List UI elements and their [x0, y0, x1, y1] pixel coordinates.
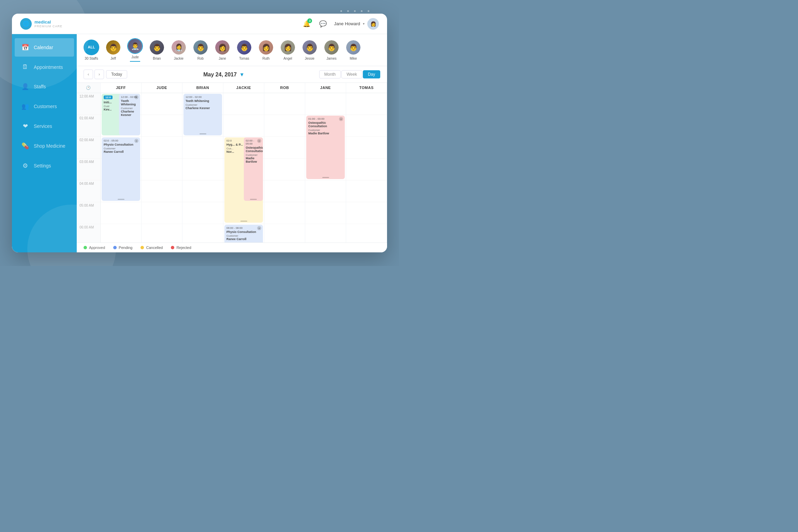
time-cell-1: 01:00 AM — [77, 115, 101, 137]
app-window: 🌐 medical PREMIUM CARE 🔔 3 💬 Jane Howard… — [12, 14, 387, 252]
sidebar-item-appointments-label: Appointments — [34, 64, 63, 70]
grid-cell-row6-col6 — [346, 224, 387, 242]
pending-label: Pending — [119, 246, 132, 250]
close-icon[interactable]: × — [339, 117, 343, 121]
staff-tomas[interactable]: 👨 Tomas — [236, 40, 252, 60]
drag-handle[interactable] — [250, 199, 257, 200]
staff-brian[interactable]: 👨 Brian — [149, 40, 165, 60]
cancelled-dot — [141, 246, 144, 249]
next-button[interactable]: › — [94, 70, 104, 79]
close-icon[interactable]: × — [134, 95, 138, 99]
sidebar-item-appointments[interactable]: 🗓 Appointments — [15, 58, 74, 76]
time-column-header: 🕐 — [77, 83, 101, 93]
grid-cell-row5-col1 — [142, 202, 182, 224]
col-header-jackie: JACKIE — [223, 83, 264, 93]
legend-pending: Pending — [113, 246, 132, 250]
grid-cell-row1-col6 — [346, 115, 387, 137]
sidebar-item-customers-label: Customers — [34, 104, 57, 109]
grid-cell-row4-col5 — [305, 180, 346, 202]
event-block[interactable]: 12:00 - 02:00 Teeth Whitening Customer C… — [183, 94, 222, 135]
sidebar-item-staffs-label: Staffs — [34, 84, 46, 89]
calendar-title: May 24, 2017 ▾ — [127, 71, 319, 78]
grid-cell-row2-col1 — [142, 137, 182, 159]
staff-angel[interactable]: 👩 Angel — [280, 40, 296, 60]
appointments-icon: 🗓 — [21, 63, 29, 71]
day-view-button[interactable]: Day — [363, 70, 380, 78]
staff-ruth[interactable]: 👩 Ruth — [258, 40, 274, 60]
staff-jane[interactable]: 👩 Jane — [215, 40, 230, 60]
grid-cell-row6-col0 — [101, 224, 142, 242]
grid-cell-row1-col4 — [264, 115, 305, 137]
drag-handle[interactable] — [240, 221, 247, 222]
sidebar-item-staffs[interactable]: 👤 Staffs — [15, 77, 74, 96]
staff-rob[interactable]: 👨 Rob — [193, 40, 208, 60]
all-staff-button[interactable]: ALL 30 Staffs — [84, 40, 99, 60]
sidebar-item-services[interactable]: ❤ Services — [15, 117, 74, 135]
time-cell-4: 04:00 AM — [77, 180, 101, 202]
legend-cancelled: Cancelled — [141, 246, 163, 250]
grid-cell-row0-col4 — [264, 93, 305, 115]
settings-icon: ⚙ — [21, 162, 29, 169]
logo: 🌐 medical PREMIUM CARE — [20, 18, 62, 30]
message-button[interactable]: 💬 — [317, 18, 328, 29]
sidebar-item-shop[interactable]: 💊 Shop Medicine — [15, 137, 74, 155]
sidebar-item-calendar[interactable]: 📅 Calendar — [15, 38, 74, 57]
time-cell-3: 03:00 AM — [77, 159, 101, 180]
customers-icon: 👥 — [21, 103, 29, 110]
staff-jessie[interactable]: 👨 Jessie — [302, 40, 317, 60]
legend-bar: Approved Pending Cancelled Rejected — [77, 242, 387, 252]
event-block[interactable]: 01:00 - 03:00 Osteopathic Consultation C… — [306, 116, 345, 179]
grid-cell-row5-col0 — [101, 202, 142, 224]
col-header-tomas: TOMAS — [346, 83, 387, 93]
grid-cell-row2-col6 — [346, 137, 387, 159]
staff-mike[interactable]: 👨 Mike — [345, 40, 361, 60]
staff-jude[interactable]: 👨‍⚕️ Jude — [127, 38, 143, 62]
notification-button[interactable]: 🔔 3 — [301, 18, 312, 29]
approved-dot — [84, 246, 87, 249]
sidebar: 📅 Calendar 🗓 Appointments 👤 Staffs 👥 Cus… — [12, 34, 77, 252]
rejected-dot — [171, 246, 174, 249]
col-header-jude: JUDE — [142, 83, 182, 93]
event-block[interactable]: 12:00 - 02:00 Teeth Whitening Customer C… — [119, 94, 140, 135]
grid-cell-row2-col0: 02:0 - 05:00 Physio Consultation Custome… — [101, 137, 142, 159]
event-block[interactable]: 06:00 - 08:00 Physio Consultation Custom… — [224, 225, 263, 242]
sidebar-item-calendar-label: Calendar — [34, 45, 53, 50]
logo-icon: 🌐 — [20, 18, 32, 30]
notification-badge: 3 — [307, 18, 312, 23]
sidebar-item-customers[interactable]: 👥 Customers — [15, 97, 74, 116]
staff-james[interactable]: 👨 James — [324, 40, 339, 60]
grid-cell-row0-col6 — [346, 93, 387, 115]
grid-cell-row1-col1 — [142, 115, 182, 137]
week-view-button[interactable]: Week — [341, 70, 362, 78]
grid-cell-row3-col6 — [346, 159, 387, 180]
legend-approved: Approved — [84, 246, 105, 250]
calendar-grid: 🕐 JEFF JUDE BRIAN JACKIE ROB JANE TOMAS … — [77, 83, 387, 242]
drag-handle[interactable] — [118, 199, 124, 200]
time-cell-0: 12:00 AM — [77, 93, 101, 115]
grid-cell-row0-col5 — [305, 93, 346, 115]
calendar-toolbar: ‹ › Today May 24, 2017 ▾ Month Week Day — [77, 66, 387, 83]
staff-jackie[interactable]: 👩‍⚕️ Jackie — [171, 40, 187, 60]
staff-jeff[interactable]: 👨 Jeff — [105, 40, 121, 60]
logo-text: medical PREMIUM CARE — [34, 19, 62, 28]
grid-cell-row0-col1 — [142, 93, 182, 115]
sidebar-item-settings[interactable]: ⚙ Settings — [15, 157, 74, 175]
close-icon[interactable]: × — [134, 139, 138, 143]
grid-cell-row0-col2: 12:00 - 02:00 Teeth Whitening Customer C… — [182, 93, 223, 115]
close-icon[interactable]: × — [257, 139, 261, 143]
event-block[interactable]: 02:0 - 05:00 Physio Consultation Custome… — [102, 137, 140, 201]
drag-handle[interactable] — [322, 177, 329, 178]
drag-handle[interactable] — [200, 133, 206, 134]
shop-icon: 💊 — [21, 142, 29, 150]
month-view-button[interactable]: Month — [319, 70, 341, 78]
close-icon[interactable]: × — [257, 226, 261, 230]
grid-cell-row6-col2 — [182, 224, 223, 242]
prev-button[interactable]: ‹ — [84, 70, 93, 79]
today-button[interactable]: Today — [106, 70, 127, 78]
dropdown-icon: ▾ — [363, 22, 365, 26]
grid-cell-row5-col5 — [305, 202, 346, 224]
calendar-icon: 📅 — [21, 44, 29, 51]
event-block[interactable]: 02:00 - 05:00 Osteopathic Consultation C… — [244, 137, 263, 201]
header: 🌐 medical PREMIUM CARE 🔔 3 💬 Jane Howard… — [12, 14, 387, 34]
grid-cell-row5-col2 — [182, 202, 223, 224]
